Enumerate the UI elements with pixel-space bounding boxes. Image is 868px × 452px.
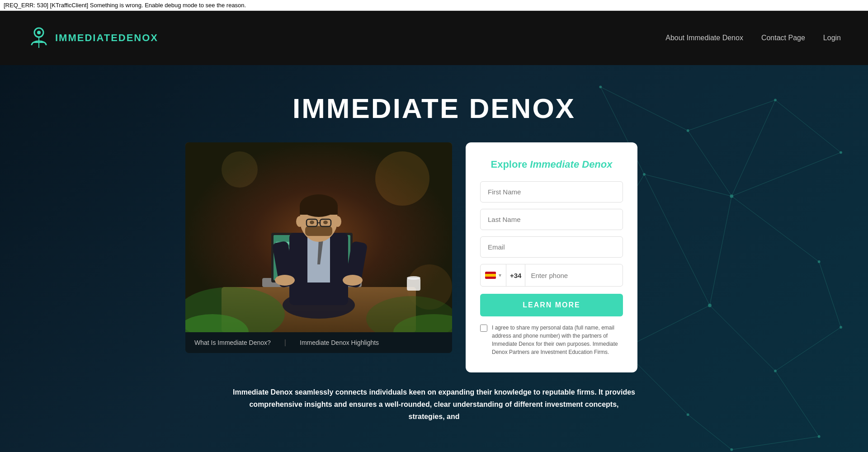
form-title: Explore Immediate Denox: [480, 159, 623, 170]
svg-point-72: [407, 276, 420, 280]
phone-row: ▾ +34: [480, 264, 623, 287]
svg-point-42: [375, 151, 429, 206]
logo[interactable]: IMMEDIATEDENOX: [27, 26, 158, 50]
svg-line-6: [775, 100, 841, 152]
svg-line-22: [731, 437, 819, 450]
first-name-input[interactable]: [480, 181, 623, 202]
consent-text: I agree to share my personal data (full …: [492, 324, 623, 356]
navbar: IMMEDIATEDENOX About Immediate Denox Con…: [0, 11, 868, 65]
contact-nav-link[interactable]: Contact Page: [761, 34, 805, 42]
form-title-highlight: Immediate Denox: [530, 159, 612, 170]
svg-line-24: [688, 414, 732, 449]
photo-tabs: What Is Immediate Denox? | Immediate Den…: [185, 332, 452, 353]
svg-point-32: [840, 326, 842, 329]
svg-point-68: [334, 216, 341, 227]
phone-input[interactable]: [525, 272, 623, 279]
svg-line-7: [731, 152, 841, 196]
error-bar: [REQ_ERR: 530] [KTrafficClient] Somethin…: [0, 0, 868, 11]
login-nav-link[interactable]: Login: [823, 34, 841, 42]
svg-rect-61: [305, 226, 332, 236]
svg-point-31: [818, 260, 821, 263]
learn-more-button[interactable]: LEARN MORE: [480, 294, 623, 316]
consent-row: I agree to share my personal data (full …: [480, 324, 623, 356]
svg-point-38: [730, 448, 733, 451]
flag-es-icon: [485, 272, 496, 279]
svg-line-15: [710, 306, 775, 371]
svg-line-11: [731, 100, 775, 196]
phone-country-code: +34: [506, 264, 525, 286]
svg-point-69: [275, 275, 295, 286]
svg-line-12: [731, 196, 819, 262]
hero-section: IMMEDIATE DENOX: [0, 65, 868, 452]
svg-point-37: [687, 413, 689, 416]
svg-point-66: [323, 221, 328, 224]
about-nav-link[interactable]: About Immediate Denox: [665, 34, 743, 42]
svg-point-25: [599, 85, 602, 88]
hero-image: [185, 142, 452, 332]
phone-flag-selector[interactable]: ▾: [481, 264, 506, 286]
bottom-text-section: Immediate Denox seamlessly connects indi…: [231, 386, 637, 423]
bottom-description: Immediate Denox seamlessly connects indi…: [231, 386, 637, 423]
svg-rect-60: [300, 206, 338, 215]
svg-line-10: [688, 131, 732, 196]
svg-rect-71: [407, 278, 420, 291]
consent-checkbox[interactable]: [480, 325, 487, 332]
svg-point-70: [343, 275, 363, 286]
form-title-regular: Explore: [491, 159, 530, 170]
photo-card: What Is Immediate Denox? | Immediate Den…: [185, 142, 452, 353]
svg-point-29: [730, 194, 733, 198]
svg-line-5: [688, 100, 775, 131]
svg-point-67: [296, 216, 303, 227]
svg-point-26: [687, 129, 689, 132]
logo-icon: [27, 26, 51, 50]
svg-point-27: [774, 99, 777, 101]
svg-line-4: [600, 87, 688, 131]
photo-tab-what-is[interactable]: What Is Immediate Denox?: [194, 339, 271, 346]
svg-point-28: [840, 151, 842, 154]
nav-links: About Immediate Denox Contact Page Login: [665, 34, 841, 42]
svg-point-43: [222, 151, 258, 188]
hero-title: IMMEDIATE DENOX: [292, 92, 576, 124]
last-name-input[interactable]: [480, 209, 623, 230]
svg-line-13: [819, 262, 841, 327]
tab-separator: |: [284, 339, 286, 347]
form-card: Explore Immediate Denox ▾ +34 LEARN MORE…: [466, 142, 637, 372]
svg-line-21: [775, 371, 819, 437]
svg-line-14: [775, 327, 841, 371]
photo-tab-highlights[interactable]: Immediate Denox Highlights: [300, 339, 379, 346]
logo-text: IMMEDIATEDENOX: [55, 32, 158, 44]
svg-point-33: [774, 370, 777, 372]
error-text: [REQ_ERR: 530] [KTrafficClient] Somethin…: [4, 2, 246, 9]
svg-point-1: [37, 31, 41, 34]
svg-line-16: [710, 196, 731, 306]
email-input[interactable]: [480, 236, 623, 258]
svg-point-34: [708, 304, 712, 307]
svg-point-65: [310, 221, 314, 224]
hero-content: What Is Immediate Denox? | Immediate Den…: [185, 142, 683, 372]
phone-dropdown-icon: ▾: [499, 272, 501, 278]
svg-point-39: [818, 435, 821, 438]
